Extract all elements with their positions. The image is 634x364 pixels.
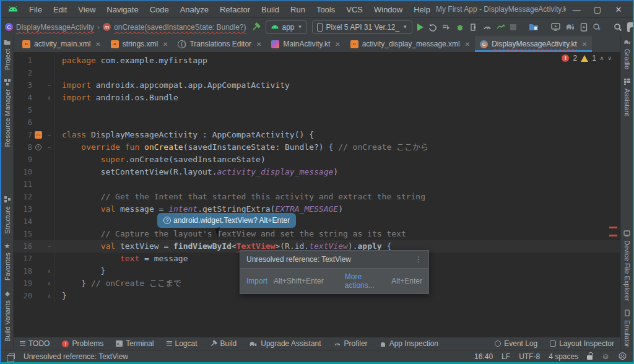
sidebar-item-emulator[interactable]: Emulator (623, 310, 631, 347)
fold-marker[interactable]: ∧ (45, 265, 54, 277)
code-line[interactable]: 6 (14, 116, 620, 129)
import-hint-tooltip[interactable]: ? android.widget.TextView? Alt+Enter (157, 213, 296, 228)
close-tab-icon[interactable]: ✕ (163, 41, 168, 48)
menu-edit[interactable]: Edit (48, 5, 72, 14)
inspection-widget[interactable]: ! 2 1 ∧ ∨ (559, 53, 614, 63)
fold-marker[interactable]: − (45, 240, 54, 253)
event-log-button[interactable]: Event Log (495, 339, 537, 348)
close-tab-icon[interactable]: ✕ (256, 41, 261, 48)
app-inspection-toolwindow[interactable]: App Inspection (380, 339, 438, 348)
code-line[interactable]: 1package com.example.myfirstapp (14, 54, 620, 67)
apply-code-changes-icon[interactable] (442, 20, 451, 34)
code-line[interactable]: 14 (14, 215, 620, 228)
indent-setting[interactable]: 4 spaces (549, 352, 578, 361)
tab-displaymessageactivity-kt[interactable]: C DisplayMessageActivity.kt ✕ (475, 36, 592, 52)
updates-icon[interactable] (593, 20, 601, 34)
fold-marker[interactable]: − (45, 129, 54, 141)
code-line[interactable]: 4∧import android.os.Bundle (14, 92, 620, 104)
line-ending[interactable]: LF (502, 352, 510, 361)
logcat-toolwindow[interactable]: Logcat (167, 339, 198, 348)
menu-vcs[interactable]: VCS (341, 5, 368, 14)
terminal-toolwindow[interactable]: >_Terminal (116, 339, 154, 348)
sad-feedback-icon[interactable]: ☹ (618, 352, 627, 361)
sidebar-item-structure[interactable]: Structure (4, 196, 11, 234)
fold-marker[interactable]: − (45, 79, 54, 92)
menu-view[interactable]: View (72, 5, 101, 14)
menu-navigate[interactable]: Navigate (101, 5, 144, 14)
error-stripe-mark[interactable] (609, 227, 617, 228)
code-line[interactable]: 11 (14, 178, 620, 191)
debug-icon[interactable] (456, 20, 464, 34)
next-error-icon[interactable]: ∨ (607, 55, 612, 61)
sidebar-item-assistant[interactable]: Assistant (623, 78, 631, 116)
profile-app-icon[interactable] (497, 20, 505, 34)
fold-marker[interactable]: ∧ (45, 290, 54, 302)
happy-feedback-icon[interactable]: ☺ (601, 352, 609, 361)
run-button[interactable] (417, 20, 423, 34)
device-manager-icon[interactable] (529, 20, 539, 34)
code-line[interactable]: 13 val message = intent.getStringExtra(E… (14, 203, 620, 215)
fold-marker[interactable]: − (45, 141, 54, 154)
tool-windows-icon[interactable] (9, 353, 15, 359)
code-line[interactable]: 15 // Capture the layout's TextView and … (14, 228, 620, 240)
code-line[interactable]: 2 (14, 67, 620, 79)
menu-tools[interactable]: Tools (311, 5, 341, 14)
code-line[interactable]: 12 // Get the Intent that started this a… (14, 191, 620, 203)
menu-help[interactable]: Help (408, 5, 436, 14)
profile-avatar[interactable] (627, 20, 634, 34)
code-line[interactable]: 7‹›−class DisplayMessageActivity : AppCo… (14, 129, 620, 141)
todo-toolwindow[interactable]: TODO (20, 339, 50, 348)
tab-activity-display-message-xml[interactable]: ‹› activity_display_message.xml ✕ (345, 36, 475, 52)
apply-changes-icon[interactable] (428, 20, 437, 34)
sidebar-item-gradle[interactable]: Gradle (623, 38, 631, 69)
layout-inspector-button[interactable]: Layout Inspector (550, 339, 614, 348)
sidebar-item-device-file-explorer[interactable]: Device File Explorer (623, 230, 631, 301)
sidebar-item-build-variants[interactable]: Build Variants (4, 290, 11, 342)
breadcrumb-class[interactable]: DisplayMessageActivity (16, 23, 94, 32)
stop-icon[interactable] (510, 20, 516, 34)
upgrade-assistant-toolwindow[interactable]: Upgrade Assistant (249, 339, 321, 348)
sdk-manager-icon[interactable] (580, 20, 588, 34)
sidebar-item-resource-manager[interactable]: Resource Manager (4, 79, 11, 147)
attach-debugger-icon[interactable] (469, 20, 478, 34)
fold-marker[interactable]: ∧ (45, 277, 54, 290)
menu-build[interactable]: Build (256, 5, 285, 14)
close-tab-icon[interactable]: ✕ (465, 41, 470, 48)
tab-activity-main-xml[interactable]: ‹› activity_main.xml ✕ (17, 36, 106, 52)
tab-strings-xml[interactable]: ‹› strings.xml ✕ (106, 36, 173, 52)
search-everywhere-icon[interactable] (614, 20, 622, 34)
menu-code[interactable]: Code (144, 5, 175, 14)
file-encoding[interactable]: UTF-8 (519, 352, 540, 361)
running-devices-icon[interactable] (551, 20, 560, 34)
breadcrumb-method[interactable]: onCreate(savedInstanceState: Bundle?) (114, 23, 246, 32)
code-line[interactable]: 3−import androidx.appcompat.app.AppCompa… (14, 79, 620, 92)
sidebar-item-favorites[interactable]: ★ Favorites (4, 242, 11, 280)
close-button[interactable]: ✕ (608, 5, 629, 14)
menu-window[interactable]: Window (368, 5, 408, 14)
sidebar-item-project[interactable]: Project (4, 38, 11, 70)
menu-refactor[interactable]: Refactor (214, 5, 256, 14)
error-stripe-mark[interactable] (609, 235, 617, 236)
gradle-sync-icon[interactable] (565, 20, 575, 34)
device-select[interactable]: Pixel 5 API 31 Ver.12_ ▼ (312, 20, 412, 34)
caret-position[interactable]: 16:40 (474, 352, 493, 361)
more-options-icon[interactable]: ⋮ (415, 255, 422, 264)
run-configuration-select[interactable]: app ▼ (266, 20, 308, 34)
code-editor[interactable]: 1package com.example.myfirstapp23−import… (14, 52, 620, 337)
build-hammer-icon[interactable] (251, 20, 261, 34)
tab-mainactivity-kt[interactable]: MainActivity.kt ✕ (266, 36, 345, 52)
readonly-lock-icon[interactable] (587, 355, 593, 360)
code-line[interactable]: 10 setContentView(R.layout.activity_disp… (14, 166, 620, 178)
menu-run[interactable]: Run (285, 5, 311, 14)
close-tab-icon[interactable]: ✕ (335, 41, 340, 48)
code-line[interactable]: 5 (14, 104, 620, 116)
prev-error-icon[interactable]: ∧ (600, 55, 604, 61)
tab-translations-editor[interactable]: Translations Editor ✕ (173, 36, 266, 52)
problems-toolwindow[interactable]: !Problems (62, 339, 103, 348)
more-actions-link[interactable]: More actions... (345, 272, 386, 290)
code-line[interactable]: 8↑− override fun onCreate(savedInstanceS… (14, 141, 620, 154)
profiler-toolwindow[interactable]: Profiler (334, 339, 368, 348)
minimize-button[interactable]: — (566, 5, 587, 14)
code-line[interactable]: 9 super.onCreate(savedInstanceState) (14, 154, 620, 166)
menu-file[interactable]: File (24, 5, 48, 14)
